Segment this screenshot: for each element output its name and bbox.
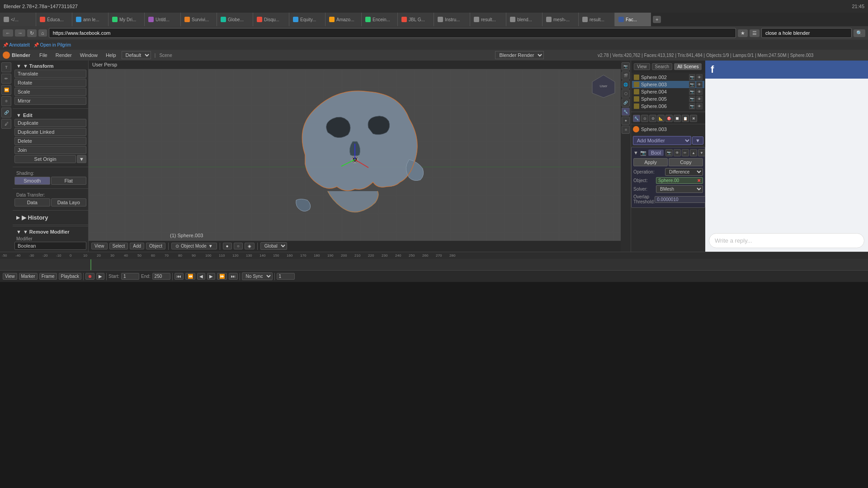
set-origin-arrow-button[interactable]: ▼ xyxy=(77,155,86,163)
bool-viewport-toggle[interactable]: 👁 xyxy=(674,149,681,156)
obj-restrict-view-sphere006[interactable]: 👁 xyxy=(696,103,703,109)
delete-button[interactable]: Delete xyxy=(14,137,86,145)
props-object-icon[interactable]: ⬡ xyxy=(622,89,630,98)
apply-button[interactable]: Apply xyxy=(633,158,668,166)
props-particles-icon[interactable]: ✦ xyxy=(622,117,630,125)
obj-restrict-view-sphere004[interactable]: 👁 xyxy=(696,89,703,95)
props-sub-icon-8[interactable]: ✖ xyxy=(690,115,697,122)
flat-button[interactable]: Flat xyxy=(51,177,87,185)
scale-button[interactable]: Scale xyxy=(14,88,86,96)
bool-move-up[interactable]: ▲ xyxy=(690,149,697,156)
scene-select[interactable]: Default xyxy=(122,51,151,59)
play-button[interactable]: ▶ xyxy=(96,273,104,280)
props-sub-icon-3[interactable]: ⚙ xyxy=(649,115,656,122)
step-back-button[interactable]: ⏪ xyxy=(185,273,195,280)
props-sub-icon-5[interactable]: 🎯 xyxy=(665,115,673,122)
browser-tab-2[interactable]: ann le... xyxy=(72,13,108,26)
jump-start-button[interactable]: ⏮ xyxy=(175,273,184,280)
bool-move-down[interactable]: ▼ xyxy=(698,149,705,156)
settings-icon[interactable]: ☰ xyxy=(750,29,760,37)
playback-view-button[interactable]: View xyxy=(3,273,17,280)
record-button[interactable]: ⏺ xyxy=(85,273,94,280)
translate-button[interactable]: Translate xyxy=(14,70,86,78)
browser-tab-11[interactable]: JBL G... xyxy=(398,13,434,26)
playback-frame-button[interactable]: Frame xyxy=(39,273,57,280)
smooth-button[interactable]: Smooth xyxy=(14,177,50,185)
view-tab[interactable]: View xyxy=(634,63,650,70)
object-mode-label[interactable]: Object Mode xyxy=(181,244,207,249)
obj-restrict-render-sphere003[interactable]: 📷 xyxy=(689,81,695,88)
browser-tab-15[interactable]: mesh-... xyxy=(542,13,579,26)
tool-icon-6[interactable]: 🖊 xyxy=(1,119,11,129)
props-physics-icon[interactable]: ⚛ xyxy=(622,126,630,134)
history-header[interactable]: ▶ ▶ History xyxy=(14,213,86,222)
menu-file[interactable]: File xyxy=(36,52,51,58)
obj-restrict-view-sphere002[interactable]: 👁 xyxy=(696,74,703,80)
render-engine-select[interactable]: Blender Render xyxy=(495,51,544,59)
props-world-icon[interactable]: 🌐 xyxy=(622,80,630,89)
mirror-button[interactable]: Mirror xyxy=(14,97,86,105)
browser-tab-10[interactable]: Encein... xyxy=(362,13,398,26)
viewport-canvas[interactable]: (1) Sphere.003 User xyxy=(89,69,621,241)
props-sub-icon-7[interactable]: 📋 xyxy=(682,115,689,122)
data-button[interactable]: Data xyxy=(14,198,50,206)
tool-icon-4[interactable]: ⚛ xyxy=(1,96,11,106)
new-tab-button[interactable]: + xyxy=(653,16,661,23)
solver-select[interactable]: BMesh Carve xyxy=(656,185,703,193)
object-field-value[interactable]: Sphere.00 ✖ xyxy=(656,177,703,184)
viewport-view-button[interactable]: View xyxy=(91,243,108,249)
browser-tab-14[interactable]: blend... xyxy=(506,13,542,26)
menu-render[interactable]: Render xyxy=(52,52,75,58)
duplicate-button[interactable]: Duplicate xyxy=(14,119,86,127)
bookmark-annotate[interactable]: 📌 AnnotateIt xyxy=(3,42,30,47)
props-sub-icon-6[interactable]: 🔲 xyxy=(674,115,681,122)
browser-tab-7[interactable]: Disqu... xyxy=(253,13,289,26)
browser-tab-9[interactable]: Amazo... xyxy=(326,13,362,26)
operation-select[interactable]: Difference Union Intersect xyxy=(665,168,703,176)
viewport-select-button[interactable]: Select xyxy=(109,243,128,249)
browser-tab-0[interactable]: </... xyxy=(0,13,36,26)
viewport-3d[interactable]: User Persp xyxy=(89,61,621,252)
browser-tab-1[interactable]: Éduca... xyxy=(36,13,72,26)
menu-help[interactable]: Help xyxy=(102,52,120,58)
playback-playback-button[interactable]: Playback xyxy=(59,273,82,280)
add-modifier-arrow[interactable]: ▼ xyxy=(692,136,703,145)
browser-tab-4[interactable]: Untitl... xyxy=(145,13,181,26)
nav-cube[interactable]: User xyxy=(590,73,617,100)
obj-restrict-render-sphere002[interactable]: 📷 xyxy=(689,74,695,80)
facebook-comment-box[interactable]: Write a reply... xyxy=(709,233,864,248)
obj-restrict-render-sphere005[interactable]: 📷 xyxy=(689,96,695,102)
obj-restrict-render-sphere006[interactable]: 📷 xyxy=(689,103,695,109)
current-frame-input[interactable] xyxy=(277,273,295,280)
viewport-wire-mode[interactable]: ○ xyxy=(234,243,243,249)
object-field-clear-icon[interactable]: ✖ xyxy=(697,178,701,183)
end-frame-input[interactable] xyxy=(152,273,170,280)
obj-restrict-render-sphere004[interactable]: 📷 xyxy=(689,89,695,95)
bookmark-button[interactable]: ★ xyxy=(738,29,748,37)
viewport-add-button[interactable]: Add xyxy=(130,243,144,249)
back-button[interactable]: ← xyxy=(3,29,13,37)
play-forward-button[interactable]: ▶ xyxy=(207,273,215,280)
all-scenes-tab[interactable]: All Scenes xyxy=(674,63,702,70)
playback-marker-button[interactable]: Marker xyxy=(19,273,38,280)
rotate-button[interactable]: Rotate xyxy=(14,79,86,87)
props-modifier-icon[interactable]: 🔧 xyxy=(622,108,630,116)
viewport-texture-mode[interactable]: ◈ xyxy=(245,243,255,249)
props-constraint-icon[interactable]: 🔗 xyxy=(622,99,630,107)
copy-button[interactable]: Copy xyxy=(669,158,703,166)
search-tab[interactable]: Search xyxy=(652,63,673,70)
props-render-icon[interactable]: 📷 xyxy=(622,62,630,70)
search-button[interactable]: 🔍 xyxy=(854,29,865,37)
browser-tab-8[interactable]: Equity... xyxy=(289,13,326,26)
start-frame-input[interactable] xyxy=(121,273,139,280)
tool-icon-1[interactable]: T xyxy=(1,62,11,72)
menu-window[interactable]: Window xyxy=(76,52,101,58)
tool-icon-5[interactable]: 🔗 xyxy=(1,108,11,117)
props-sub-icon-1[interactable]: 🔧 xyxy=(633,115,640,122)
reload-button[interactable]: ↻ xyxy=(27,29,37,37)
browser-tab-5[interactable]: Survivi... xyxy=(181,13,217,26)
set-origin-button[interactable]: Set Origin xyxy=(14,155,76,163)
duplicate-linked-button[interactable]: Duplicate Linked xyxy=(14,128,86,136)
forward-button[interactable]: → xyxy=(15,29,25,37)
viewport-object-button[interactable]: Object xyxy=(146,243,165,249)
